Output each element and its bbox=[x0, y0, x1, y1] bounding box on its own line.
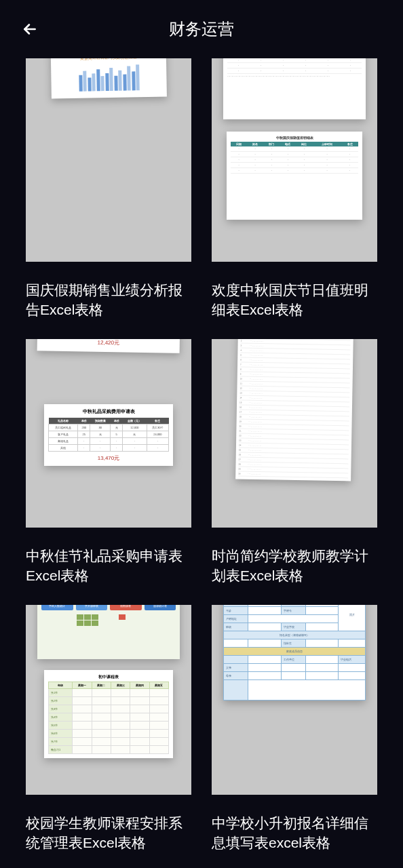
template-card[interactable]: · · · · · · · · · · · · · · · · · · · · … bbox=[212, 58, 377, 327]
template-card[interactable]: 1· · · · · · · · · · · · 2· · · · · · · … bbox=[212, 339, 377, 593]
back-button[interactable] bbox=[19, 18, 41, 40]
template-title: 中秋佳节礼品采购申请表Excel表格 bbox=[26, 547, 191, 586]
template-thumbnail: 学科人数统计 学天课程表 初期课表 选课统计表 初中课程表 年级星期一星期二星期… bbox=[26, 605, 191, 795]
template-card[interactable]: 性别监护人姓名照片 年龄学籍号 户籍地址 班级毕业学校 报名类型（请准确填写） … bbox=[212, 605, 377, 860]
template-title: 校园学生教师课程安排系统管理表Excel表格 bbox=[26, 814, 191, 853]
template-title: 欢度中秋国庆节日值班明细表Excel表格 bbox=[212, 281, 377, 320]
template-title: 中学校小升初报名详细信息填写表excel表格 bbox=[212, 814, 377, 853]
template-card[interactable]: 申请部门 申请原因说明 采购清单 12,420元 中秋礼品采购费用申请表 礼品名… bbox=[26, 339, 191, 593]
arrow-left-icon bbox=[21, 20, 39, 38]
template-thumbnail: 10月5日94212320.6% 10月6日523118227.3% 10月7日… bbox=[26, 58, 191, 262]
template-grid: 10月5日94212320.6% 10月6日523118227.3% 10月7日… bbox=[0, 58, 403, 868]
template-title: 国庆假期销售业绩分析报告Excel表格 bbox=[26, 281, 191, 320]
template-thumbnail: 性别监护人姓名照片 年龄学籍号 户籍地址 班级毕业学校 报名类型（请准确填写） … bbox=[212, 605, 377, 795]
template-card[interactable]: 10月5日94212320.6% 10月6日523118227.3% 10月7日… bbox=[26, 58, 191, 327]
page-title: 财务运营 bbox=[0, 18, 403, 40]
template-card[interactable]: 学科人数统计 学天课程表 初期课表 选课统计表 初中课程表 年级星期一星期二星期… bbox=[26, 605, 191, 860]
template-thumbnail: · · · · · · · · · · · · · · · · · · · · … bbox=[212, 58, 377, 262]
header: 财务运营 bbox=[0, 0, 403, 58]
template-thumbnail: 申请部门 申请原因说明 采购清单 12,420元 中秋礼品采购费用申请表 礼品名… bbox=[26, 339, 191, 528]
template-thumbnail: 1· · · · · · · · · · · · 2· · · · · · · … bbox=[212, 339, 377, 528]
template-title: 时尚简约学校教师教学计划表Excel表格 bbox=[212, 547, 377, 586]
